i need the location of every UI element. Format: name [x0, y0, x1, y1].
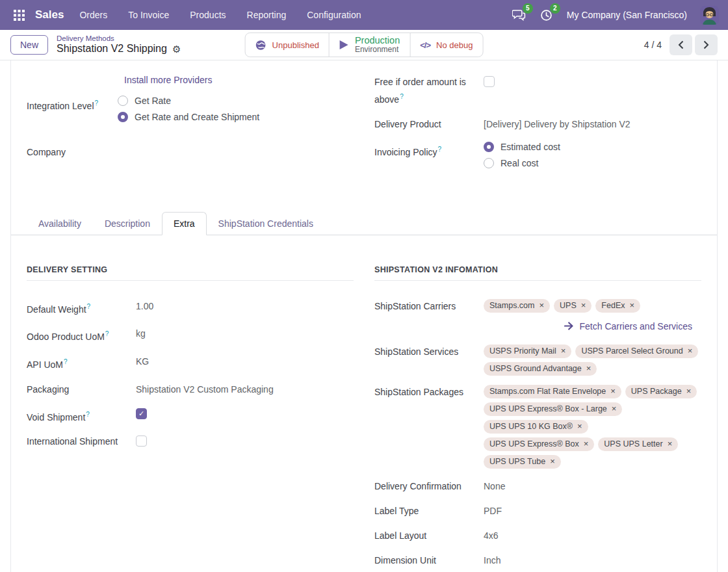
- tag-label: UPS UPS Express® Box: [489, 439, 579, 449]
- user-avatar[interactable]: [700, 6, 719, 25]
- top-navbar: Sales OrdersTo InvoiceProductsReportingC…: [0, 0, 728, 30]
- debug-label: No debug: [436, 40, 473, 50]
- environment-button[interactable]: Production Environment: [329, 33, 410, 57]
- tab-shipstation-credentials[interactable]: ShipStation Credentials: [207, 212, 325, 235]
- void-shipment-checkbox[interactable]: [136, 408, 147, 419]
- nav-menu-item[interactable]: Reporting: [247, 10, 287, 20]
- default-weight-row: Default Weight 1.00: [27, 299, 354, 317]
- pager: 4 / 4: [644, 34, 718, 55]
- nav-menu-item[interactable]: To Invoice: [128, 10, 169, 20]
- tag-pill: USPS Ground Advantage×: [484, 362, 597, 376]
- odoo-uom-row: Odoo Product UoM kg: [27, 326, 354, 344]
- radio-option[interactable]: Get Rate: [118, 96, 354, 106]
- free-if-checkbox[interactable]: [484, 76, 495, 87]
- tab-availability[interactable]: Availability: [27, 212, 93, 235]
- tag-label: UPS: [560, 300, 577, 311]
- website-publish-button[interactable]: Unpublished: [246, 33, 329, 57]
- tab-extra[interactable]: Extra: [162, 212, 207, 235]
- apps-grid-icon[interactable]: [9, 5, 29, 25]
- delivery-confirmation-value[interactable]: None: [484, 479, 701, 493]
- odoo-uom-value[interactable]: kg: [136, 326, 354, 341]
- tag-remove-icon[interactable]: ×: [688, 346, 693, 356]
- api-uom-label: API UoM: [27, 354, 136, 372]
- form-sheet: Install more Providers Integration Level…: [10, 60, 718, 572]
- label-type-value[interactable]: PDF: [484, 504, 701, 518]
- carriers-tags[interactable]: Stamps.com×UPS×FedEx×: [484, 299, 701, 313]
- help-icon[interactable]: [94, 98, 99, 107]
- invoicing-policy-radio-group: Estimated costReal cost: [484, 142, 701, 174]
- tag-remove-icon[interactable]: ×: [686, 387, 692, 396]
- radio-icon[interactable]: [484, 142, 494, 152]
- messages-icon[interactable]: 5: [512, 8, 526, 22]
- breadcrumb: Delivery Methods Shipstation V2 Shipping: [57, 34, 181, 55]
- nav-menu-item[interactable]: Products: [190, 10, 226, 20]
- company-label: Company: [27, 145, 118, 159]
- radio-option[interactable]: Estimated cost: [484, 142, 701, 152]
- default-weight-value[interactable]: 1.00: [136, 299, 354, 313]
- help-icon[interactable]: [437, 144, 442, 153]
- pager-next-button[interactable]: [695, 34, 718, 55]
- nav-menu-item[interactable]: Orders: [79, 10, 107, 20]
- radio-option-label: Get Rate: [135, 96, 171, 106]
- new-button[interactable]: New: [10, 35, 48, 55]
- radio-icon[interactable]: [118, 96, 128, 106]
- tag-remove-icon[interactable]: ×: [612, 404, 617, 413]
- help-icon[interactable]: [85, 410, 90, 418]
- app-name[interactable]: Sales: [35, 8, 64, 21]
- tag-remove-icon[interactable]: ×: [550, 457, 555, 466]
- debug-button[interactable]: </> No debug: [410, 33, 482, 57]
- help-icon[interactable]: [63, 357, 68, 365]
- delivery-product-value[interactable]: [Delivery] Delivery by Shipstation V2: [484, 117, 701, 131]
- packages-tags[interactable]: Stamps.com Flat Rate Envelope×UPS Packag…: [484, 385, 701, 469]
- pager-previous-button[interactable]: [670, 34, 692, 55]
- free-if-label: Free if order amount is above: [374, 75, 484, 107]
- radio-option[interactable]: Real cost: [484, 158, 701, 168]
- radio-option[interactable]: Get Rate and Create Shipment: [118, 112, 354, 122]
- tag-remove-icon[interactable]: ×: [539, 301, 544, 310]
- breadcrumb-parent[interactable]: Delivery Methods: [57, 34, 181, 43]
- packaging-value[interactable]: Shipstation V2 Custom Packaging: [136, 382, 354, 396]
- help-icon[interactable]: [86, 302, 91, 310]
- packaging-row: Packaging Shipstation V2 Custom Packagin…: [27, 382, 354, 396]
- label-layout-value[interactable]: 4x6: [484, 528, 701, 543]
- arrow-right-icon: [564, 322, 574, 330]
- tag-remove-icon[interactable]: ×: [586, 364, 592, 373]
- gear-icon[interactable]: [172, 44, 181, 55]
- company-row: Company: [27, 145, 354, 159]
- tag-remove-icon[interactable]: ×: [630, 301, 635, 310]
- api-uom-value[interactable]: KG: [136, 354, 354, 369]
- services-tags[interactable]: USPS Priority Mail×USPS Parcel Select Gr…: [484, 344, 701, 376]
- company-switcher[interactable]: My Company (San Francisco): [567, 10, 687, 20]
- packaging-label: Packaging: [27, 382, 136, 396]
- fetch-carriers-link[interactable]: Fetch Carriers and Services: [579, 321, 692, 332]
- tag-remove-icon[interactable]: ×: [581, 301, 586, 310]
- messages-badge: 5: [523, 3, 533, 14]
- apps-grid-glyph: [14, 10, 25, 21]
- delivery-product-label: Delivery Product: [374, 117, 484, 131]
- nav-menu-item[interactable]: Configuration: [307, 10, 361, 20]
- radio-icon[interactable]: [484, 158, 494, 168]
- chevron-left-icon: [678, 40, 684, 49]
- international-shipment-checkbox[interactable]: [136, 436, 147, 447]
- dimension-unit-row: Dimension Unit Inch: [374, 553, 701, 567]
- tab-description[interactable]: Description: [93, 212, 162, 235]
- activities-icon[interactable]: 2: [540, 8, 554, 22]
- fetch-carriers-row: Fetch Carriers and Services: [374, 321, 692, 332]
- help-icon[interactable]: [105, 329, 109, 337]
- tag-pill: USPS Priority Mail×: [484, 344, 571, 358]
- tag-pill: FedEx×: [595, 299, 640, 313]
- tag-remove-icon[interactable]: ×: [584, 439, 589, 448]
- tag-label: Stamps.com Flat Rate Envelope: [489, 386, 606, 396]
- dimension-unit-value[interactable]: Inch: [484, 553, 701, 567]
- help-icon[interactable]: [399, 92, 404, 100]
- install-providers-link[interactable]: Install more Providers: [124, 75, 212, 85]
- tag-remove-icon[interactable]: ×: [577, 422, 582, 431]
- tab-content-extra: DELIVERY SETTING Default Weight 1.00 Odo…: [11, 235, 717, 572]
- tag-pill: UPS×: [554, 299, 592, 313]
- radio-icon[interactable]: [118, 112, 128, 122]
- tag-pill: USPS Parcel Select Ground×: [575, 344, 698, 358]
- tag-remove-icon[interactable]: ×: [610, 387, 616, 396]
- tag-remove-icon[interactable]: ×: [668, 439, 673, 448]
- top-form-right-column: Free if order amount is above Delivery P…: [374, 75, 701, 185]
- tag-remove-icon[interactable]: ×: [561, 346, 566, 356]
